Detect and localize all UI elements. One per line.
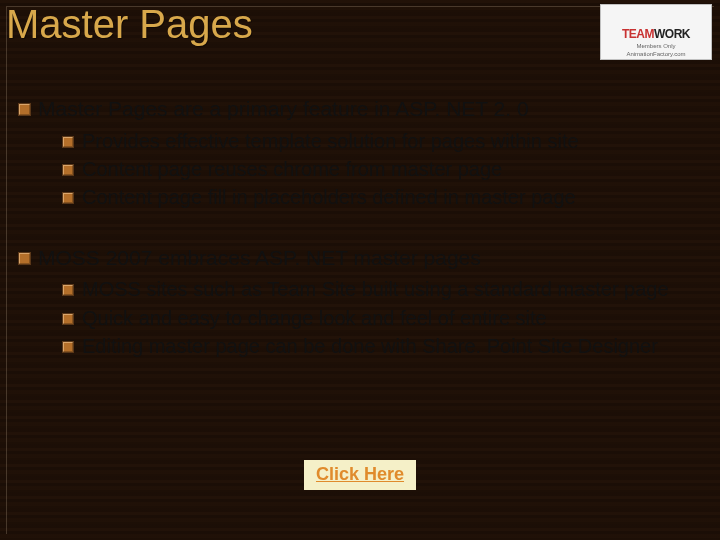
logo-text-work: WORK: [654, 27, 690, 41]
list-item-text: MOSS 2007 embraces ASP. NET master pages: [38, 246, 481, 269]
slide-title: Master Pages: [6, 2, 253, 47]
sub-bullet-list: MOSS sites such as Team Site built using…: [38, 276, 700, 359]
sub-bullet-list: Provides effective template solution for…: [38, 128, 700, 211]
list-item: Master Pages are a primary feature in AS…: [14, 96, 700, 211]
bullet-list: Master Pages are a primary feature in AS…: [14, 96, 700, 360]
list-item: Provides effective template solution for…: [60, 128, 700, 154]
list-item-text: Editing master page can be done with Sha…: [82, 335, 658, 357]
body-area: Master Pages are a primary feature in AS…: [14, 96, 700, 394]
list-item: Content page fill in placeholders define…: [60, 184, 700, 210]
slide: Master Pages TEAMWORK Members Only Anima…: [0, 0, 720, 540]
link-container: Click Here: [0, 460, 720, 490]
logo-wordmark: TEAMWORK: [622, 27, 690, 41]
click-here-link[interactable]: Click Here: [304, 460, 416, 490]
logo-subtext-2: AnimationFactory.com: [626, 51, 685, 57]
list-item: Editing master page can be done with Sha…: [60, 333, 700, 359]
list-item-text: MOSS sites such as Team Site built using…: [82, 278, 669, 300]
logo-text-team: TEAM: [622, 27, 654, 41]
list-item: Quick and easy to change look and feel o…: [60, 305, 700, 331]
list-item-text: Master Pages are a primary feature in AS…: [38, 97, 529, 120]
list-item-text: Content page reuses chrome from master p…: [82, 158, 502, 180]
teamwork-logo: TEAMWORK Members Only AnimationFactory.c…: [600, 4, 712, 60]
list-item-text: Provides effective template solution for…: [82, 130, 579, 152]
logo-subtext-1: Members Only: [636, 43, 675, 49]
list-item: MOSS 2007 embraces ASP. NET master pages…: [14, 245, 700, 360]
list-item: MOSS sites such as Team Site built using…: [60, 276, 700, 302]
list-item-text: Content page fill in placeholders define…: [82, 186, 576, 208]
list-item: Content page reuses chrome from master p…: [60, 156, 700, 182]
list-item-text: Quick and easy to change look and feel o…: [82, 307, 547, 329]
